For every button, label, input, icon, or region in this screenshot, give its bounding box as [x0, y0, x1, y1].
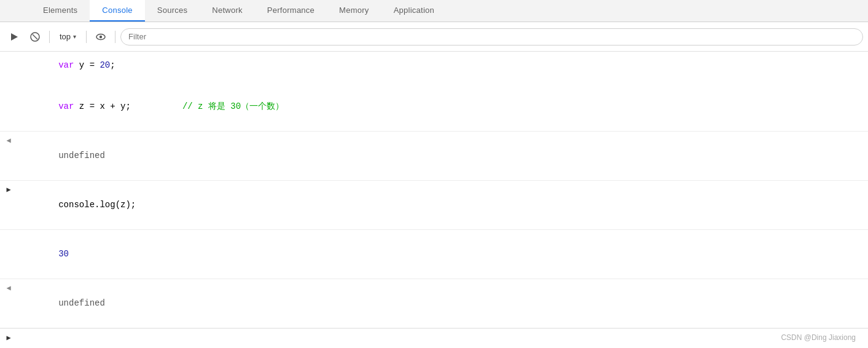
output-30: 30: [17, 234, 866, 275]
context-label: top: [60, 32, 71, 41]
toolbar: top ▾: [0, 22, 868, 52]
console-output: ▶ var x = 10; var y = 20; var z = x + y;…: [0, 52, 868, 348]
code-line-log: console.log(z);: [17, 184, 866, 226]
toolbar-divider-3: [115, 31, 115, 43]
return-arrow-2: ◀: [0, 282, 17, 295]
code-line-3: var z = x + y; // z 将是 30（一个数）: [17, 85, 866, 127]
return-arrow-1: ◀: [0, 134, 17, 147]
context-arrow-icon: ▾: [73, 33, 76, 40]
entry-content-undefined2: undefined: [17, 282, 868, 325]
entry-content-undefined1: undefined: [17, 134, 868, 178]
entry-content-1: var x = 10; var y = 20; var z = x + y; /…: [17, 52, 868, 129]
tab-memory[interactable]: Memory: [327, 0, 381, 22]
tab-console[interactable]: Console: [90, 0, 145, 22]
svg-marker-0: [11, 33, 18, 41]
entry-content-30: 30: [17, 232, 868, 276]
tab-elements[interactable]: Elements: [31, 0, 90, 22]
undefined-text-2: undefined: [17, 283, 866, 324]
tab-application[interactable]: Application: [381, 0, 447, 22]
console-entry-undefined1: ◀ undefined: [0, 132, 868, 181]
console-entry-code1: ▶ var x = 10; var y = 20; var z = x + y;…: [0, 52, 868, 132]
eye-icon: [95, 31, 106, 42]
live-expressions-button[interactable]: [92, 28, 110, 46]
console-input-line: ▶: [0, 328, 868, 348]
tab-network[interactable]: Network: [200, 0, 255, 22]
console-entry-log: ▶ console.log(z);: [0, 181, 868, 230]
code-line-2: var y = 20;: [17, 52, 866, 85]
toolbar-divider-2: [86, 31, 87, 43]
console-entry-undefined2: ◀ undefined: [0, 279, 868, 328]
tab-performance[interactable]: Performance: [255, 0, 327, 22]
console-entry-30: ▶ 30: [0, 230, 868, 279]
context-selector[interactable]: top ▾: [55, 30, 81, 44]
entry-content-log: console.log(z);: [17, 183, 868, 227]
execute-button[interactable]: [5, 28, 23, 46]
tab-bar: Elements Console Sources Network Perform…: [0, 0, 868, 22]
filter-input[interactable]: [120, 28, 863, 45]
tab-sources[interactable]: Sources: [145, 0, 200, 22]
svg-point-4: [100, 35, 102, 38]
input-arrow: ▶: [0, 333, 17, 344]
watermark: CSDN @Ding Jiaxiong: [781, 333, 856, 342]
spacer-arrow: ▶: [0, 232, 17, 245]
expand-arrow-2[interactable]: ▶: [0, 183, 17, 196]
toolbar-divider: [49, 31, 50, 43]
execute-icon: [9, 31, 20, 42]
clear-icon: [29, 31, 41, 42]
clear-console-button[interactable]: [26, 28, 44, 46]
svg-line-2: [33, 34, 37, 39]
console-text-input[interactable]: [17, 334, 868, 344]
undefined-text-1: undefined: [17, 135, 866, 176]
